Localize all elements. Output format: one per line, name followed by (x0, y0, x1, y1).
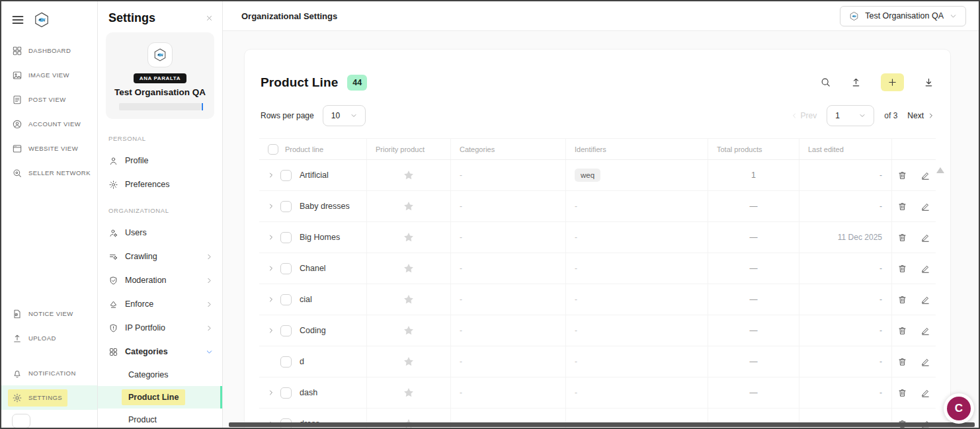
settings-menu-item-crawling[interactable]: Crawling (98, 245, 222, 268)
sidebar-item-upload[interactable]: UPLOAD (1, 326, 97, 350)
priority-star-icon[interactable] (403, 262, 415, 274)
row-checkbox[interactable] (280, 356, 292, 368)
expand-chevron-icon[interactable] (268, 203, 274, 210)
delete-trash-icon[interactable] (897, 295, 907, 305)
search-icon[interactable] (820, 77, 831, 88)
settings-submenu-item-product-line[interactable]: Product Line (98, 386, 222, 409)
sidebar-item-dashboard[interactable]: DASHBOARD (1, 38, 97, 63)
sidebar-item-website-view[interactable]: WEBSITE VIEW (1, 136, 97, 161)
sidebar-header (1, 1, 97, 38)
settings-menu-item-users[interactable]: Users (98, 221, 222, 245)
org-selector-dropdown[interactable]: Test Organisation QA (840, 6, 966, 26)
sidebar-item-post-view[interactable]: POST VIEW (1, 87, 97, 112)
table-toolbar (820, 73, 934, 91)
empty-value: - (575, 388, 577, 397)
priority-star-icon[interactable] (403, 231, 415, 243)
actions-cell (891, 253, 936, 284)
edit-pencil-icon[interactable] (920, 233, 930, 243)
export-upload-icon[interactable] (850, 77, 862, 88)
delete-trash-icon[interactable] (897, 171, 907, 180)
row-checkbox[interactable] (280, 263, 292, 274)
edit-pencil-icon[interactable] (920, 326, 930, 336)
add-product-line-button[interactable] (881, 73, 904, 91)
delete-trash-icon[interactable] (897, 326, 907, 336)
expand-chevron-icon[interactable] (268, 265, 274, 272)
priority-star-icon[interactable] (403, 169, 415, 181)
expand-chevron-icon[interactable] (268, 234, 274, 241)
empty-value: — (750, 326, 758, 335)
plus-icon (887, 77, 897, 87)
hamburger-menu-icon[interactable] (11, 13, 24, 26)
sidebar-item-settings[interactable]: SETTINGS (1, 385, 97, 410)
table-row-d: d - - — - (259, 346, 936, 377)
horizontal-scrollbar[interactable] (229, 422, 975, 427)
role-badge: ANA PARALTA (134, 73, 186, 83)
sidebar-item-account-view[interactable]: ACCOUNT VIEW (1, 112, 97, 136)
delete-trash-icon[interactable] (897, 264, 907, 274)
settings-panel: Settings ANA PARALTA Test Organisation Q… (98, 1, 223, 428)
select-all-checkbox[interactable] (268, 144, 278, 155)
row-checkbox[interactable] (280, 387, 292, 399)
expand-chevron-icon[interactable] (268, 389, 274, 396)
expand-chevron-icon[interactable] (268, 296, 274, 303)
row-checkbox[interactable] (280, 325, 292, 336)
sidebar-item-seller-network[interactable]: SELLER NETWORK (1, 161, 97, 185)
menu-item-label: Moderation (125, 276, 167, 285)
expand-chevron-icon[interactable] (268, 172, 274, 178)
product-line-name: Baby dresses (300, 202, 350, 211)
priority-product-cell (366, 284, 450, 315)
sidebar-item-image-view[interactable]: IMAGE VIEW (1, 63, 97, 87)
download-icon[interactable] (923, 77, 934, 88)
priority-star-icon[interactable] (403, 387, 415, 399)
delete-trash-icon[interactable] (897, 233, 907, 243)
priority-star-icon[interactable] (403, 325, 415, 336)
app-logo-icon[interactable] (33, 11, 50, 28)
sidebar-item-partial[interactable] (12, 414, 30, 428)
priority-star-icon[interactable] (403, 200, 415, 212)
chat-widget-button[interactable]: C (944, 393, 974, 424)
edit-pencil-icon[interactable] (920, 295, 930, 305)
settings-menu-item-enforce[interactable]: Enforce (98, 292, 222, 316)
column-header-total-products: Total products (708, 139, 799, 159)
settings-panel-header: Settings (98, 1, 222, 31)
settings-menu-item-profile[interactable]: Profile (98, 149, 222, 173)
close-icon[interactable] (206, 15, 213, 22)
sidebar-item-notification[interactable]: NOTIFICATION (1, 361, 97, 385)
organisation-logo-icon (153, 48, 167, 62)
settings-submenu-item-categories[interactable]: Categories (98, 364, 222, 386)
settings-menu-item-moderation[interactable]: Moderation (98, 268, 222, 292)
edit-pencil-icon[interactable] (920, 264, 930, 274)
settings-menu-item-preferences[interactable]: Preferences (98, 173, 222, 196)
scroll-up-arrow[interactable] (936, 167, 944, 173)
row-checkbox[interactable] (280, 170, 292, 181)
menu-item-label: Categories (125, 347, 168, 356)
delete-trash-icon[interactable] (897, 357, 907, 367)
priority-star-icon[interactable] (403, 293, 415, 305)
column-header-identifiers: Identifiers (565, 139, 708, 159)
sidebar-item-label: IMAGE VIEW (28, 71, 69, 79)
next-page-button[interactable]: Next (907, 111, 934, 120)
edit-pencil-icon[interactable] (920, 357, 930, 367)
empty-value: — (750, 233, 758, 242)
expand-chevron-icon[interactable] (268, 327, 274, 334)
settings-submenu-item-product[interactable]: Product (98, 409, 222, 428)
delete-trash-icon[interactable] (897, 202, 907, 212)
total-products-cell: — (708, 222, 799, 253)
row-checkbox[interactable] (280, 294, 292, 305)
sidebar-item-notice-view[interactable]: NOTICE VIEW (1, 301, 97, 326)
priority-star-icon[interactable] (403, 356, 415, 368)
priority-product-cell (366, 253, 450, 284)
settings-menu-item-categories[interactable]: Categories (98, 340, 222, 364)
row-checkbox[interactable] (280, 201, 292, 212)
edit-pencil-icon[interactable] (920, 171, 930, 180)
total-products-cell: 1 (708, 160, 799, 190)
settings-menu-item-ip-portfolio[interactable]: IP Portfolio (98, 316, 222, 340)
edit-pencil-icon[interactable] (920, 202, 930, 212)
delete-trash-icon[interactable] (897, 388, 907, 398)
rows-per-page-select[interactable]: 10 (323, 105, 366, 126)
page-number-select[interactable]: 1 (827, 105, 874, 126)
edit-pencil-icon[interactable] (920, 388, 930, 398)
row-checkbox[interactable] (280, 232, 292, 243)
total-products-cell: — (708, 253, 799, 284)
prev-page-button[interactable]: Prev (791, 111, 817, 120)
